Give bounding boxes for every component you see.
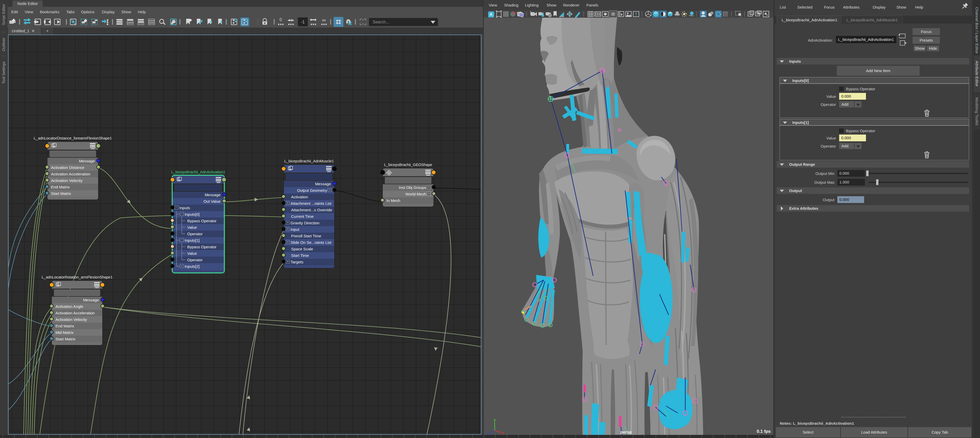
svg-text:x: x [502,431,504,435]
svg-text:Search...: Search... [372,20,389,24]
svg-text:0: 0 [280,17,282,22]
svg-text:∞: ∞ [322,17,326,23]
svg-text:A: A [490,12,493,16]
svg-text:T: T [635,12,637,16]
svg-text:-1: -1 [301,20,305,24]
svg-text:y: y [494,418,496,422]
